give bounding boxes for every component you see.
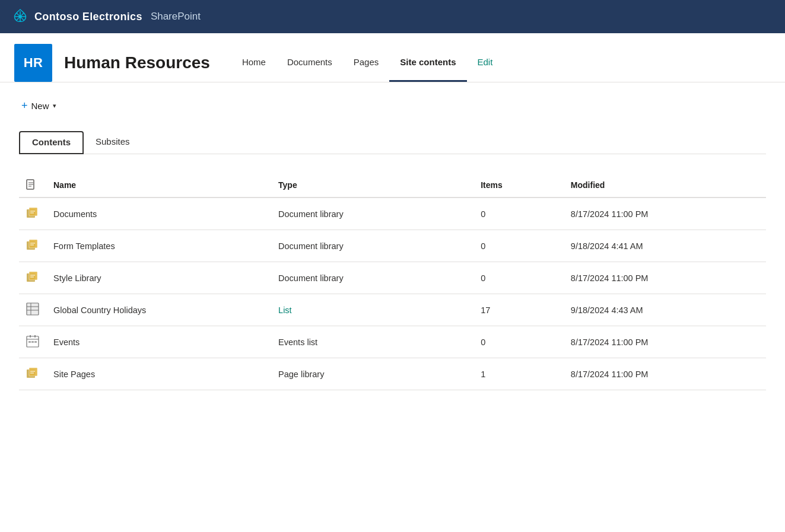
cell-items: 0 (473, 197, 564, 230)
svg-rect-11 (29, 208, 37, 216)
cell-modified: 9/18/2024 4:43 AM (564, 294, 766, 326)
cell-type: Document library (271, 197, 473, 230)
cell-modified: 8/17/2024 11:00 PM (564, 197, 766, 230)
plus-icon: + (21, 100, 28, 111)
cell-name[interactable]: Global Country Holidays (46, 294, 271, 326)
cell-name[interactable]: Documents (46, 197, 271, 230)
new-button[interactable]: + New ▾ (19, 97, 59, 114)
library-icon (26, 367, 39, 380)
table-row[interactable]: DocumentsDocument library08/17/2024 11:0… (19, 197, 766, 230)
cell-type: Page library (271, 358, 473, 390)
cell-name[interactable]: Form Templates (46, 230, 271, 262)
svg-rect-29 (29, 368, 37, 376)
svg-rect-13 (29, 240, 37, 248)
contents-table: Name Type Items Modified DocumentsDocume… (19, 173, 766, 390)
svg-rect-26 (31, 341, 34, 343)
svg-rect-16 (27, 303, 39, 315)
cell-items: 1 (473, 358, 564, 390)
new-button-label: New (31, 101, 49, 111)
table-row[interactable]: Form TemplatesDocument library09/18/2024… (19, 230, 766, 262)
svg-rect-27 (34, 341, 37, 343)
cell-items: 0 (473, 230, 564, 262)
nav-pages[interactable]: Pages (343, 44, 390, 82)
library-icon (26, 238, 39, 251)
table-row[interactable]: Style LibraryDocument library08/17/2024 … (19, 262, 766, 294)
svg-point-0 (18, 15, 22, 18)
col-header-modified: Modified (564, 173, 766, 197)
site-title: Human Resources (64, 53, 210, 72)
events-icon (26, 335, 39, 348)
library-icon (26, 206, 39, 219)
product-name: SharePoint (151, 11, 201, 23)
cell-modified: 8/17/2024 11:00 PM (564, 326, 766, 358)
cell-name[interactable]: Style Library (46, 262, 271, 294)
table-row[interactable]: Site PagesPage library18/17/2024 11:00 P… (19, 358, 766, 390)
cell-type: List (271, 294, 473, 326)
contoso-logo-icon (12, 8, 28, 25)
library-icon (26, 270, 39, 283)
site-nav: Home Documents Pages Site contents Edit (231, 44, 503, 82)
cell-name[interactable]: Events (46, 326, 271, 358)
cell-type: Document library (271, 230, 473, 262)
tab-contents[interactable]: Contents (19, 131, 84, 154)
cell-items: 0 (473, 326, 564, 358)
svg-rect-15 (29, 272, 37, 280)
col-header-name: Name (46, 173, 271, 197)
tabs-bar: Contents Subsites (19, 131, 766, 154)
col-header-items: Items (473, 173, 564, 197)
cell-name[interactable]: Site Pages (46, 358, 271, 390)
logo-area: Contoso Electronics SharePoint (12, 8, 201, 25)
cell-modified: 8/17/2024 11:00 PM (564, 358, 766, 390)
org-name: Contoso Electronics (34, 11, 142, 23)
cell-type: Document library (271, 262, 473, 294)
nav-home[interactable]: Home (231, 44, 277, 82)
nav-site-contents[interactable]: Site contents (389, 44, 466, 82)
nav-documents[interactable]: Documents (277, 44, 343, 82)
cell-modified: 8/17/2024 11:00 PM (564, 262, 766, 294)
table-row[interactable]: EventsEvents list08/17/2024 11:00 PM (19, 326, 766, 358)
cell-modified: 9/18/2024 4:41 AM (564, 230, 766, 262)
cell-type: Events list (271, 326, 473, 358)
svg-rect-25 (28, 341, 31, 343)
cell-items: 17 (473, 294, 564, 326)
svg-line-7 (22, 13, 24, 15)
col-header-type: Type (271, 173, 473, 197)
cell-items: 0 (473, 262, 564, 294)
site-logo: HR (14, 44, 52, 82)
caret-icon: ▾ (53, 102, 56, 110)
content-area: + New ▾ Contents Subsites Name Type Item… (0, 82, 785, 404)
svg-line-5 (17, 13, 19, 15)
svg-line-6 (22, 18, 24, 21)
top-bar: Contoso Electronics SharePoint (0, 0, 785, 33)
nav-edit[interactable]: Edit (467, 44, 504, 82)
list-icon (26, 302, 39, 316)
tab-subsites[interactable]: Subsites (84, 131, 142, 154)
svg-line-8 (17, 18, 19, 21)
table-row[interactable]: Global Country HolidaysList179/18/2024 4… (19, 294, 766, 326)
name-column-icon (26, 179, 37, 191)
site-header: HR Human Resources Home Documents Pages … (0, 33, 785, 82)
